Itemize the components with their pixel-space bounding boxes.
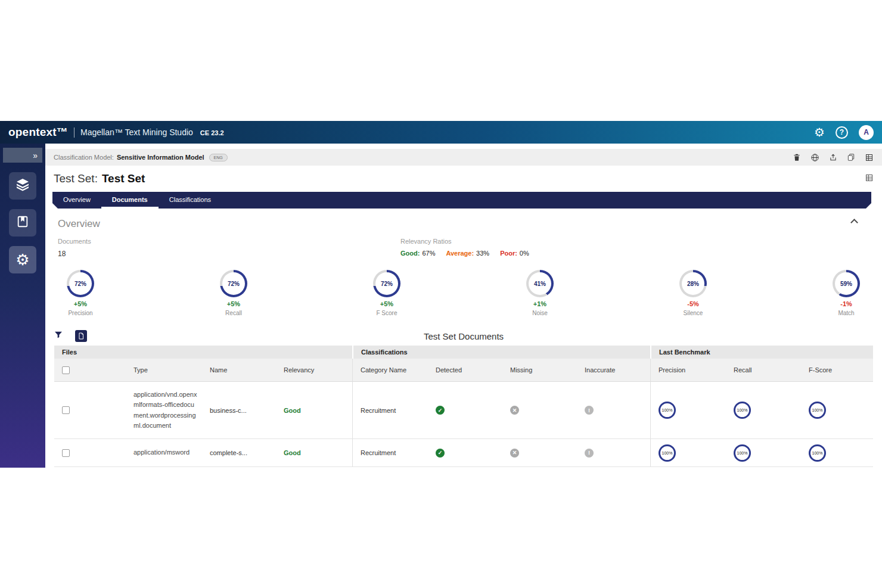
gauge-ring: 41% [526, 270, 554, 297]
version-label: CE 23.2 [200, 129, 224, 136]
metric-gauges: 72% +5% Precision 72% +5% Recall 72% +5%… [58, 270, 882, 316]
gauge-delta: -5% [687, 300, 699, 307]
inaccurate-info-icon: ! [585, 406, 594, 415]
screen: opentext™ Magellan™ Text Mining Studio C… [0, 0, 882, 588]
sidebar-item-settings[interactable]: ⚙ [9, 246, 36, 273]
language-badge: ENG [209, 154, 228, 161]
recall-cell: 100% [726, 439, 801, 466]
help-icon[interactable]: ? [836, 126, 848, 139]
page-title-label: Test Set: [54, 172, 98, 185]
relevancy-poor: Poor:0% [500, 250, 529, 257]
gauge-delta: +5% [227, 300, 240, 307]
product-name: Magellan™ Text Mining Studio [80, 127, 193, 137]
breadcrumb-actions [793, 153, 874, 162]
relevancy-average-label: Average: [446, 250, 474, 257]
layers-icon [15, 178, 30, 194]
gauge-delta: +5% [74, 300, 87, 307]
col-name: Name [202, 359, 276, 381]
relevancy-good: Good:67% [400, 250, 435, 257]
detected-check-icon: ✓ [436, 406, 445, 415]
tab-overview[interactable]: Overview [52, 192, 101, 209]
sidebar-expand-button[interactable]: » [3, 148, 42, 163]
relevancy-values: Good:67% Average:33% Poor:0% [400, 250, 529, 257]
col-type: Type [126, 359, 202, 381]
gauge-label: Recall [225, 310, 242, 316]
missing-cell: ✕ [502, 382, 577, 438]
layout-grid-icon[interactable] [865, 173, 874, 185]
breadcrumb-label: Classification Model: [54, 154, 114, 161]
relevancy-good-value: 67% [422, 250, 435, 257]
tab-documents[interactable]: Documents [101, 192, 159, 209]
page-title-value: Test Set [102, 172, 145, 185]
row-checkbox-cell [54, 439, 126, 466]
table-row[interactable]: application/vnd.openxmlformats-officedoc… [54, 382, 873, 439]
copy-icon[interactable] [847, 153, 855, 161]
gauge-percent: 72% [74, 281, 86, 287]
grid-view-icon[interactable] [865, 153, 874, 162]
breadcrumb-bar: Classification Model: Sensitive Informat… [45, 149, 882, 166]
gauge-percent: 72% [228, 281, 240, 287]
group-files: Files [54, 346, 352, 359]
page-title-row: Test Set: Test Set [45, 168, 882, 189]
table-row[interactable]: application/msword complete-s... Good Re… [54, 439, 873, 467]
col-recall: Recall [726, 359, 801, 381]
gauge-label: Precision [68, 310, 92, 316]
col-fscore: F-Score [801, 359, 873, 381]
overview-section: Overview Documents 18 Relevancy Ratios G… [45, 209, 882, 326]
gauge-silence: 28% -5% Silence [672, 270, 715, 316]
gauge-delta: +1% [533, 300, 546, 307]
gauge-match: 59% -1% Match [825, 270, 868, 316]
gauge-ring: 59% [833, 270, 860, 297]
missing-cross-icon: ✕ [510, 449, 519, 458]
top-header-bar: opentext™ Magellan™ Text Mining Studio C… [0, 121, 882, 144]
filter-icon[interactable] [54, 330, 63, 342]
precision-badge: 100% [659, 444, 676, 462]
group-classifications: Classifications [352, 346, 650, 359]
document-export-icon[interactable] [75, 330, 87, 342]
column-header-row: Type Name Relevancy Category Name Detect… [54, 359, 873, 382]
gauge-delta: -1% [840, 300, 852, 307]
gauge-percent: 41% [534, 281, 546, 287]
missing-cell: ✕ [502, 439, 577, 466]
col-detected: Detected [428, 359, 502, 381]
select-all-cell [54, 359, 126, 381]
detected-check-icon: ✓ [436, 449, 445, 458]
expand-arrows-icon: » [33, 151, 38, 160]
gauge-noise: 41% +1% Noise [518, 270, 561, 316]
delete-icon[interactable] [793, 153, 801, 161]
documents-table-section: Test Set Documents Files Classifications… [45, 326, 882, 468]
fscore-badge: 100% [809, 444, 826, 462]
col-inaccurate: Inaccurate [577, 359, 650, 381]
inaccurate-info-icon: ! [585, 449, 594, 458]
relevancy-cell: Good [276, 439, 352, 466]
category-cell: Recruitment [352, 439, 428, 466]
gauge-ring: 72% [67, 270, 94, 297]
left-sidebar: » ⚙ [0, 144, 45, 468]
gauge-recall: 72% +5% Recall [212, 270, 255, 316]
detected-cell: ✓ [428, 439, 502, 466]
overview-stats: Documents 18 Relevancy Ratios Good:67% A… [58, 238, 882, 263]
collapse-chevron-icon[interactable] [850, 219, 858, 226]
gauge-precision: 72% +5% Precision [59, 270, 102, 316]
select-all-checkbox[interactable] [62, 366, 70, 374]
row-checkbox-cell [54, 382, 126, 438]
inaccurate-cell: ! [577, 382, 650, 438]
globe-icon[interactable] [810, 153, 819, 162]
sidebar-item-models[interactable] [9, 172, 36, 200]
row-checkbox[interactable] [62, 449, 70, 457]
row-checkbox[interactable] [62, 406, 70, 414]
missing-cross-icon: ✕ [510, 406, 519, 415]
settings-gear-icon[interactable]: ⚙ [814, 126, 825, 138]
relevancy-average: Average:33% [446, 250, 489, 257]
relevancy-ratios: Relevancy Ratios Good:67% Average:33% Po… [400, 238, 529, 257]
fscore-cell: 100% [801, 439, 873, 466]
user-avatar[interactable]: A [859, 125, 874, 140]
export-icon[interactable] [829, 153, 837, 161]
precision-cell: 100% [650, 382, 726, 438]
gauge-label: Noise [532, 310, 548, 316]
sidebar-item-library[interactable] [9, 209, 36, 237]
gauge-label: Match [838, 310, 854, 316]
inaccurate-cell: ! [577, 439, 650, 466]
category-cell: Recruitment [352, 382, 428, 438]
tab-classifications[interactable]: Classifications [159, 192, 222, 209]
